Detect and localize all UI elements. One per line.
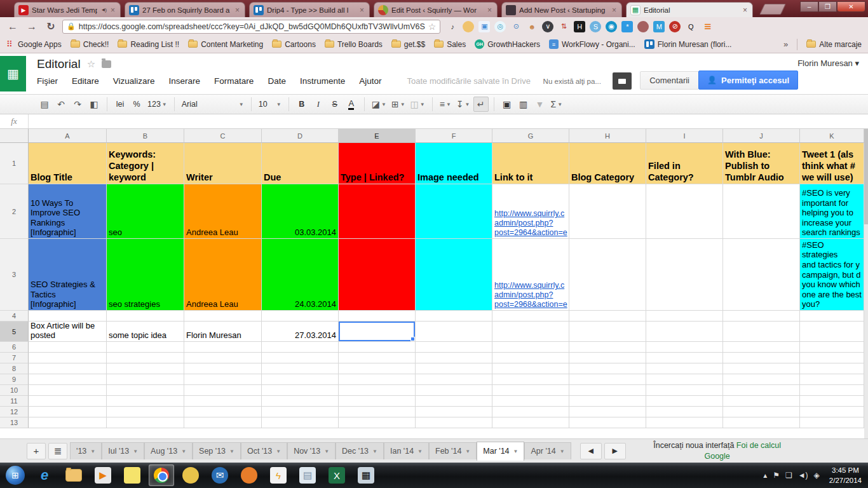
apple-extension[interactable] [637, 21, 649, 32]
sheet-tab[interactable]: Dec '13▼ [336, 442, 384, 459]
sheet-tab[interactable]: Apr '14▼ [524, 442, 571, 459]
bookmarks-overflow-chevron[interactable]: » [783, 39, 788, 49]
cell-C3[interactable]: Andreea Leau [184, 239, 262, 311]
cell-B13[interactable] [107, 417, 184, 428]
sheet-tab-menu-icon[interactable]: ▼ [324, 449, 329, 454]
row-number[interactable]: 13 [0, 417, 29, 428]
url-bar[interactable]: 🔒 https://docs.google.com/spreadsheet/cc… [62, 20, 440, 34]
cell-K4[interactable] [800, 311, 864, 322]
cell-E10[interactable] [339, 385, 416, 396]
cell-E8[interactable] [339, 363, 416, 374]
cell-E3[interactable] [339, 239, 416, 311]
font-select[interactable]: Arial▼ [180, 97, 246, 112]
cell-C12[interactable] [184, 407, 262, 417]
horizontal-align-button[interactable]: ≡▼ [438, 97, 453, 112]
forward-button[interactable]: → [24, 21, 39, 32]
cell-D2[interactable]: 03.03.2014 [262, 184, 339, 239]
cell-H11[interactable] [569, 396, 646, 407]
sheet-tab-menu-icon[interactable]: ▼ [465, 449, 470, 454]
undo-button[interactable]: ↶ [53, 97, 69, 112]
bookmark-item[interactable]: Sales [434, 40, 466, 49]
dropbox-icon[interactable]: ◈ [814, 471, 820, 480]
cell-C11[interactable] [184, 396, 262, 407]
row-number[interactable]: 7 [0, 353, 29, 363]
cell-C5[interactable]: Florin Muresan [184, 322, 262, 342]
back-button[interactable]: ← [5, 21, 20, 32]
browser-tab[interactable]: ▶Star Wars Jedi Temple l◄)× [14, 2, 121, 17]
cell-D8[interactable] [262, 363, 339, 374]
tab-close-icon[interactable]: × [234, 6, 241, 15]
cell-J5[interactable] [723, 322, 800, 342]
cell-D5[interactable]: 27.03.2014 [262, 322, 339, 342]
pocket-extension[interactable]: ∨ [542, 21, 553, 32]
cell-C6[interactable] [184, 342, 262, 353]
cell-F13[interactable] [416, 417, 492, 428]
stop-hand-extension[interactable]: ⊘ [669, 21, 681, 32]
browser-tab[interactable]: 27 Feb on Squirrly Board a× [125, 2, 245, 17]
cell-B1[interactable]: Keywords: Category | keyword [107, 143, 184, 184]
cell-K6[interactable] [800, 342, 864, 353]
cell-F3[interactable] [416, 239, 492, 311]
cell-K11[interactable] [800, 396, 864, 407]
cell-K9[interactable] [800, 374, 864, 385]
bookmark-item[interactable]: Check!! [71, 40, 109, 49]
cell-A11[interactable] [29, 396, 107, 407]
move-to-folder-icon[interactable] [102, 60, 111, 68]
bookmark-item[interactable]: Content Marketing [188, 40, 263, 49]
power-plug-icon[interactable]: ❏ [785, 471, 792, 480]
column-header-H[interactable]: H [569, 129, 646, 143]
cell-I4[interactable] [646, 311, 723, 322]
sheet-tab-menu-icon[interactable]: ▼ [133, 449, 138, 454]
cell-F4[interactable] [416, 311, 492, 322]
start-button[interactable]: ⊞ [3, 464, 28, 486]
row-number[interactable]: 9 [0, 374, 29, 385]
cell-B10[interactable] [107, 385, 184, 396]
cell-J4[interactable] [723, 311, 800, 322]
seo-extension[interactable]: S [590, 21, 601, 32]
column-header-F[interactable]: F [416, 129, 492, 143]
font-size-select[interactable]: 10▼ [257, 97, 283, 112]
insert-comment-button[interactable]: ▣ [499, 97, 515, 112]
cell-G4[interactable] [492, 311, 569, 322]
cell-B3[interactable]: seo strategies [107, 239, 184, 311]
cell-K13[interactable] [800, 417, 864, 428]
browser-tab[interactable]: ▦Editorial× [626, 2, 753, 17]
cell-B6[interactable] [107, 342, 184, 353]
menu-formatare[interactable]: Formatare [214, 76, 254, 86]
sheet-tab-menu-icon[interactable]: ▼ [181, 449, 186, 454]
person-extension[interactable]: ☻ [526, 21, 538, 32]
cell-K2[interactable]: #SEO is very important for helping you t… [800, 184, 864, 239]
scroll-sheets-right-button[interactable]: ▶ [604, 443, 626, 459]
number-format-button[interactable]: 123▼ [146, 97, 169, 112]
cell-D12[interactable] [262, 407, 339, 417]
close-button[interactable]: ✕ [837, 1, 865, 12]
sheet-tab-menu-icon[interactable]: ▼ [276, 449, 281, 454]
cell-D6[interactable] [262, 342, 339, 353]
all-sheets-button[interactable]: ≣ [48, 443, 67, 459]
eye-extension[interactable]: ◉ [606, 21, 617, 32]
row-number[interactable]: 10 [0, 385, 29, 396]
cell-E5[interactable] [339, 322, 416, 342]
borders-button[interactable]: ⊞▼ [390, 97, 407, 112]
cell-B12[interactable] [107, 407, 184, 417]
cell-A7[interactable] [29, 353, 107, 363]
bookmark-star-icon[interactable]: ☆ [428, 22, 437, 32]
text-wrap-button[interactable]: ↵ [473, 97, 489, 112]
cell-G1[interactable]: Link to it [492, 143, 569, 184]
cell-H9[interactable] [569, 374, 646, 385]
cell-B4[interactable] [107, 311, 184, 322]
browser-tab[interactable]: Add New Post ‹ Startuping× [501, 2, 622, 17]
cell-J10[interactable] [723, 385, 800, 396]
menu-inserare[interactable]: Inserare [169, 76, 201, 86]
cell-H1[interactable]: Blog Category [569, 143, 646, 184]
cell-G2[interactable]: http://www.squirrly.c admin/post.php? po… [492, 184, 569, 239]
row-number[interactable]: 2 [0, 184, 29, 239]
cell-F12[interactable] [416, 407, 492, 417]
cell-H3[interactable] [569, 239, 646, 311]
cell-H13[interactable] [569, 417, 646, 428]
cell-I3[interactable] [646, 239, 723, 311]
cell-F1[interactable]: Image needed [416, 143, 492, 184]
cell-K12[interactable] [800, 407, 864, 417]
taskbar-clock[interactable]: 3:45 PM2/27/2014 [825, 465, 862, 485]
row-number[interactable]: 4 [0, 311, 29, 322]
